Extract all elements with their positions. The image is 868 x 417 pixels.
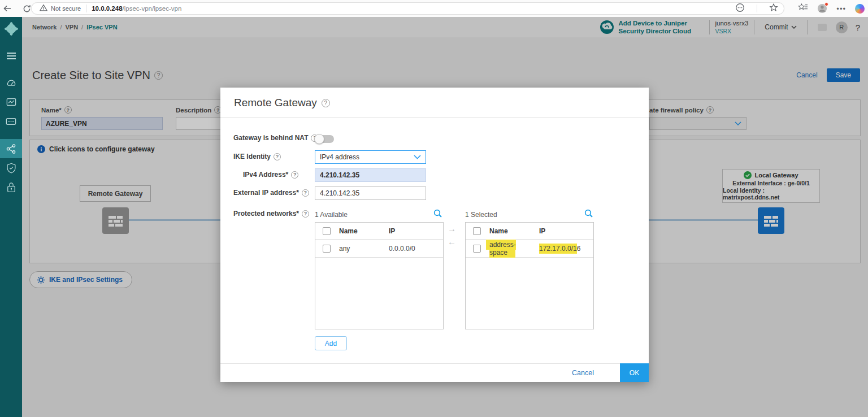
dialog-title-help-icon[interactable]: ?: [322, 99, 330, 107]
screen: Not secure 10.0.0.248 /ipsec-vpn/ipsec-v…: [0, 0, 868, 417]
url-path[interactable]: /ipsec-vpn/ipsec-vpn: [123, 5, 182, 12]
network-ip-rest: 6: [577, 245, 581, 253]
ike-identity-select[interactable]: IPv4 address: [315, 150, 426, 164]
ike-identity-label: IKE Identity ?: [233, 153, 281, 160]
available-col-name: Name: [339, 227, 389, 235]
monitor-chart-icon: [6, 98, 16, 107]
profile-notification-dot: [824, 2, 828, 6]
nav-sidebar: [0, 17, 22, 417]
shield-check-icon: [6, 163, 16, 173]
available-col-ip: IP: [389, 227, 443, 235]
dialog-ok-button[interactable]: OK: [620, 363, 649, 382]
dashboard-gauge-icon: [6, 78, 16, 88]
sidebar-item-monitor[interactable]: [0, 93, 22, 112]
table-row[interactable]: address-space 172.17.0.0/16: [466, 240, 593, 258]
nat-toggle[interactable]: [315, 135, 334, 143]
refresh-icon: [23, 5, 31, 13]
sidebar-item-network[interactable]: [0, 139, 22, 158]
sidebar-menu-toggle[interactable]: [0, 46, 22, 66]
url-host[interactable]: 10.0.0.248: [92, 5, 122, 12]
dialog-footer: Cancel OK: [220, 363, 649, 382]
copilot-icon[interactable]: [855, 4, 865, 14]
network-name: any: [339, 245, 389, 253]
available-count-label: 1 Available: [315, 211, 348, 219]
security-status-label[interactable]: Not secure: [51, 5, 81, 12]
device-console-icon: [6, 118, 16, 125]
browser-toolbar: Not secure 10.0.0.248 /ipsec-vpn/ipsec-v…: [0, 0, 868, 17]
hamburger-icon: [6, 52, 16, 60]
browser-profile-avatar[interactable]: [817, 3, 827, 14]
toggle-knob: [314, 134, 324, 144]
network-share-icon: [6, 144, 16, 154]
network-name-highlighted: address-space: [486, 240, 516, 258]
protected-networks-help-icon[interactable]: ?: [302, 210, 309, 218]
network-ip-highlighted: 172.17.0.0/1: [539, 244, 577, 254]
selected-count-label: 1 Selected: [465, 211, 497, 219]
available-search-icon[interactable]: [433, 209, 442, 218]
back-arrow-icon: [3, 4, 12, 13]
add-network-button[interactable]: Add: [315, 336, 347, 350]
dialog-title: Remote Gateway: [234, 97, 317, 109]
external-ip-help-icon[interactable]: ?: [302, 189, 309, 197]
ike-identity-help-icon[interactable]: ?: [274, 153, 281, 160]
address-divider: [757, 5, 757, 12]
move-right-icon[interactable]: →: [448, 224, 456, 233]
dialog-cancel-button[interactable]: Cancel: [572, 369, 594, 377]
move-left-icon[interactable]: ←: [448, 237, 456, 246]
ipv4-address-input[interactable]: [315, 168, 426, 182]
site-permissions-icon[interactable]: [735, 3, 745, 15]
selected-col-ip: IP: [539, 227, 593, 235]
ipv4-address-label: IPv4 Address* ?: [243, 171, 298, 179]
ipv4-help-icon[interactable]: ?: [291, 171, 298, 179]
lock-icon: [7, 182, 16, 193]
ike-identity-value: IPv4 address: [320, 153, 359, 161]
favorites-collections-icon[interactable]: [798, 3, 808, 14]
remote-gateway-dialog: Remote Gateway ? Gateway is behind NAT ?…: [220, 88, 649, 382]
sidebar-item-security-services[interactable]: [0, 177, 22, 197]
selected-search-icon[interactable]: [584, 209, 593, 218]
browser-back-button[interactable]: [0, 2, 15, 15]
not-secure-warning-icon[interactable]: [40, 3, 47, 14]
browser-menu-icon[interactable]: •••: [836, 5, 846, 13]
sidebar-item-devices[interactable]: [0, 112, 22, 131]
external-ip-label: External IP address* ?: [233, 189, 309, 197]
favorite-star-icon[interactable]: [769, 3, 778, 14]
selected-col-name: Name: [489, 227, 539, 235]
table-row[interactable]: any 0.0.0.0/0: [315, 240, 443, 258]
available-table-header: Name IP: [315, 223, 443, 240]
juniper-logo-icon: [4, 21, 19, 38]
chevron-down-icon: [414, 155, 421, 159]
selected-table-header: Name IP: [466, 223, 593, 240]
address-bar[interactable]: Not secure 10.0.0.248 /ipsec-vpn/ipsec-v…: [31, 2, 784, 15]
sidebar-item-security-policies[interactable]: [0, 158, 22, 177]
row-checkbox[interactable]: [473, 245, 481, 253]
app-window: Network / VPN / IPsec VPN Add Device to …: [0, 17, 868, 417]
sidebar-item-dashboard[interactable]: [0, 73, 22, 93]
available-select-all-checkbox[interactable]: [323, 227, 331, 235]
available-networks-table: Name IP any 0.0.0.0/0: [315, 222, 444, 329]
row-checkbox[interactable]: [323, 245, 331, 253]
address-divider: [86, 5, 86, 12]
selected-select-all-checkbox[interactable]: [473, 227, 481, 235]
nat-label: Gateway is behind NAT ?: [233, 134, 318, 142]
dialog-divider: [220, 117, 649, 118]
selected-networks-table: Name IP address-space 172.17.0.0/16: [465, 222, 594, 329]
protected-networks-label: Protected networks* ?: [233, 210, 309, 218]
external-ip-input[interactable]: [315, 186, 426, 200]
network-ip: 0.0.0.0/0: [389, 245, 443, 253]
